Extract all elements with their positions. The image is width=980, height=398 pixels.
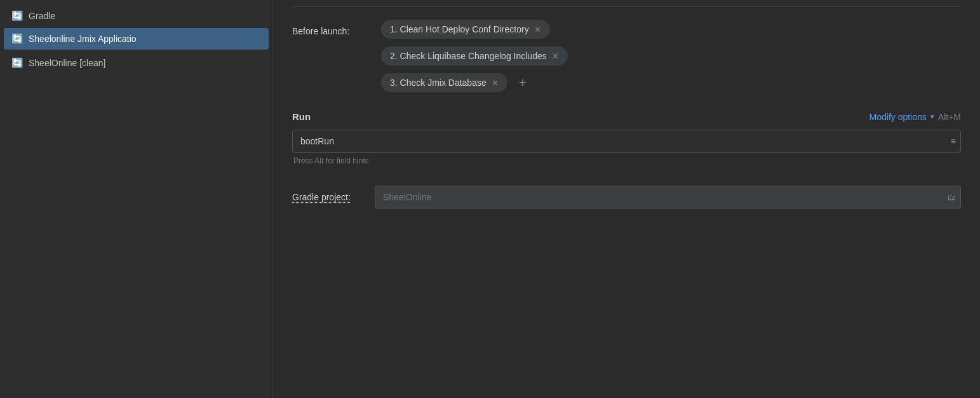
modify-options-chevron-icon: ▾ xyxy=(930,113,934,121)
launch-tag-3-close[interactable]: ✕ xyxy=(492,79,499,87)
sidebar-header: 🔄 Gradle xyxy=(4,6,269,25)
modify-options-text: Modify options xyxy=(869,112,927,122)
gradle-project-folder-icon[interactable]: 🗂 xyxy=(947,192,956,202)
before-launch-label: Before launch: xyxy=(292,20,368,36)
launch-tag-1: 1. Clean Hot Deploy Conf Directory ✕ xyxy=(381,20,550,39)
launch-tag-1-text: 1. Clean Hot Deploy Conf Directory xyxy=(390,24,529,34)
run-input[interactable] xyxy=(292,130,961,153)
sidebar-item-sheelonline-clean[interactable]: 🔄 SheelOnline [clean] xyxy=(4,52,269,74)
launch-tag-2-text: 2. Check Liquibase Changelog Includes xyxy=(390,51,547,61)
run-input-menu-icon[interactable]: ≡ xyxy=(951,136,956,146)
add-launch-item-button[interactable]: + xyxy=(514,74,532,92)
gradle-project-input[interactable] xyxy=(375,186,961,209)
run-field-hint: Press Alt for field hints xyxy=(292,156,961,165)
launch-tag-1-close[interactable]: ✕ xyxy=(534,25,541,34)
modify-options-link[interactable]: Modify options ▾ Alt+M xyxy=(869,112,961,122)
sheelonline-clean-icon: 🔄 xyxy=(11,57,23,69)
modify-options-shortcut: Alt+M xyxy=(938,112,961,122)
sidebar: 🔄 Gradle 🔄 Sheelonline Jmix Applicatio 🔄… xyxy=(0,0,273,398)
run-section-title: Run xyxy=(292,111,311,122)
sidebar-item-label: Sheelonline Jmix Applicatio xyxy=(29,34,137,44)
launch-tag-2: 2. Check Liquibase Changelog Includes ✕ xyxy=(381,46,568,65)
launch-tag-3-text: 3. Check Jmix Database xyxy=(390,78,487,88)
gradle-project-section: Gradle project: 🗂 xyxy=(292,186,961,209)
sidebar-item-label: SheelOnline [clean] xyxy=(29,58,105,68)
run-section-header: Run Modify options ▾ Alt+M xyxy=(292,111,961,122)
launch-item-row-1: 1. Clean Hot Deploy Conf Directory ✕ xyxy=(381,20,568,39)
launch-tag-2-close[interactable]: ✕ xyxy=(552,52,559,60)
gradle-project-input-container: 🗂 xyxy=(375,186,961,209)
sheelonline-jmix-icon: 🔄 xyxy=(11,33,23,45)
run-input-container: ≡ xyxy=(292,130,961,153)
main-content: Before launch: 1. Clean Hot Deploy Conf … xyxy=(273,0,980,398)
top-separator xyxy=(292,6,961,7)
gradle-header-icon: 🔄 xyxy=(11,10,23,22)
sidebar-item-sheelonline-jmix[interactable]: 🔄 Sheelonline Jmix Applicatio xyxy=(4,28,269,50)
launch-item-row-3: 3. Check Jmix Database ✕ + xyxy=(381,73,568,92)
sidebar-header-label: Gradle xyxy=(29,11,55,21)
launch-tag-3: 3. Check Jmix Database ✕ xyxy=(381,73,507,92)
before-launch-section: Before launch: 1. Clean Hot Deploy Conf … xyxy=(292,20,961,92)
launch-item-row-2: 2. Check Liquibase Changelog Includes ✕ xyxy=(381,46,568,65)
gradle-project-label: Gradle project: xyxy=(292,192,375,202)
run-section: Run Modify options ▾ Alt+M ≡ Press Alt f… xyxy=(292,111,961,165)
before-launch-items: 1. Clean Hot Deploy Conf Directory ✕ 2. … xyxy=(381,20,568,92)
